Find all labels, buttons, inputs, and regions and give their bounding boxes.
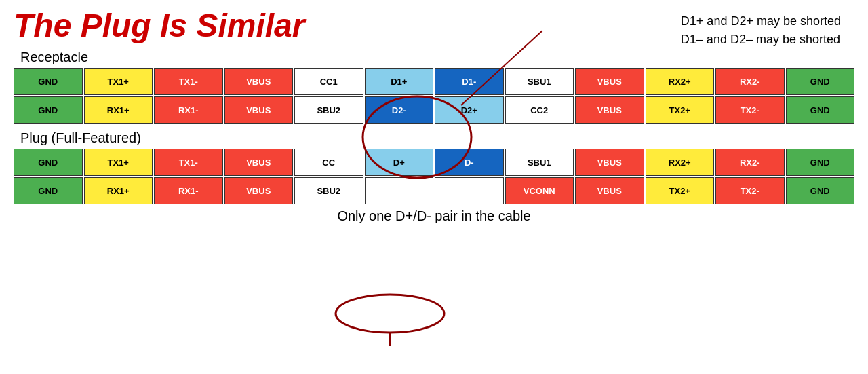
cell-r2-sbu2: SBU2 (294, 96, 363, 124)
cell-p1-dp: D+ (365, 149, 434, 176)
cell-r2-vbus1: VBUS (224, 96, 294, 124)
cell-p2-empty2 (435, 177, 504, 204)
cell-r2-d2p: D2+ (435, 96, 504, 124)
receptacle-label: Receptacle (20, 50, 854, 65)
cell-r2-cc2: CC2 (505, 96, 574, 124)
cell-r1-gnd1: GND (14, 68, 83, 95)
cell-p1-tx1p: TX1+ (84, 149, 153, 176)
cell-p2-vbus2: VBUS (575, 177, 644, 204)
bottom-note: Only one D+/D- pair in the cable (14, 208, 854, 224)
plug-label: Plug (Full-Featured) (20, 130, 854, 146)
cell-p1-cc: CC (294, 149, 363, 176)
cell-p1-vbus2: VBUS (575, 149, 644, 176)
cell-p2-sbu2: SBU2 (294, 177, 363, 204)
cell-p1-sbu1: SBU1 (505, 149, 574, 176)
cell-r1-vbus2: VBUS (575, 68, 644, 95)
cell-p1-rx2m: RX2- (715, 149, 785, 176)
cell-r2-d2m: D2- (365, 96, 434, 124)
plug-table: GND TX1+ TX1- VBUS CC D+ D- SBU1 VBUS RX… (14, 149, 854, 204)
cell-r1-gnd2: GND (786, 68, 855, 95)
cell-p1-gnd2: GND (786, 149, 855, 176)
cell-p1-tx1m: TX1- (154, 149, 223, 176)
page-container: The Plug Is Similar D1+ and D2+ may be s… (0, 0, 868, 374)
cell-p2-tx2m: TX2- (715, 177, 785, 204)
cell-r1-d1p: D1+ (365, 68, 434, 95)
cell-p1-gnd1: GND (14, 149, 83, 176)
plug-row2: GND RX1+ RX1- VBUS SBU2 VCONN VBUS TX2+ … (14, 177, 854, 204)
cell-r2-vbus2: VBUS (575, 96, 644, 124)
cell-p2-rx1m: RX1- (154, 177, 223, 204)
cell-p2-vbus1: VBUS (224, 177, 294, 204)
cell-r2-gnd1: GND (14, 96, 83, 124)
cell-r1-d1m: D1- (435, 68, 504, 95)
annotation-line1: D1+ and D2+ may be shorted (681, 12, 841, 31)
cell-p2-empty1 (365, 177, 434, 204)
cell-p2-gnd1: GND (14, 177, 83, 204)
cell-p1-vbus1: VBUS (224, 149, 294, 176)
cell-p1-dm: D- (435, 149, 504, 176)
cell-r2-rx1p: RX1+ (84, 96, 153, 124)
receptacle-row2: GND RX1+ RX1- VBUS SBU2 D2- D2+ CC2 VBUS… (14, 96, 854, 124)
cell-r2-rx1m: RX1- (154, 96, 223, 124)
cell-p2-vconn: VCONN (505, 177, 574, 204)
cell-r1-tx1p: TX1+ (84, 68, 153, 95)
cell-p2-tx2p: TX2+ (646, 177, 715, 204)
cell-p2-rx1p: RX1+ (84, 177, 153, 204)
cell-r1-sbu1: SBU1 (505, 68, 574, 95)
annotation-text: D1+ and D2+ may be shorted D1– and D2– m… (681, 12, 841, 49)
plug-section: Plug (Full-Featured) GND TX1+ TX1- VBUS … (14, 130, 854, 204)
plug-row1: GND TX1+ TX1- VBUS CC D+ D- SBU1 VBUS RX… (14, 149, 854, 176)
cell-r1-rx2m: RX2- (715, 68, 785, 95)
cell-r2-tx2m: TX2- (715, 96, 785, 124)
cell-p2-gnd2: GND (786, 177, 855, 204)
cell-r1-cc1: CC1 (294, 68, 363, 95)
cell-r2-tx2p: TX2+ (646, 96, 715, 124)
receptacle-row1: GND TX1+ TX1- VBUS CC1 D1+ D1- SBU1 VBUS… (14, 68, 854, 95)
cell-r1-vbus1: VBUS (224, 68, 294, 95)
receptacle-section: Receptacle GND TX1+ TX1- VBUS CC1 D1+ D1… (14, 50, 854, 124)
annotation-line2: D1– and D2– may be shorted (681, 31, 841, 49)
cell-r1-tx1m: TX1- (154, 68, 223, 95)
cell-p1-rx2p: RX2+ (646, 149, 715, 176)
svg-point-2 (336, 295, 444, 333)
receptacle-table: GND TX1+ TX1- VBUS CC1 D1+ D1- SBU1 VBUS… (14, 68, 854, 124)
cell-r1-rx2p: RX2+ (646, 68, 715, 95)
cell-r2-gnd2: GND (786, 96, 855, 124)
